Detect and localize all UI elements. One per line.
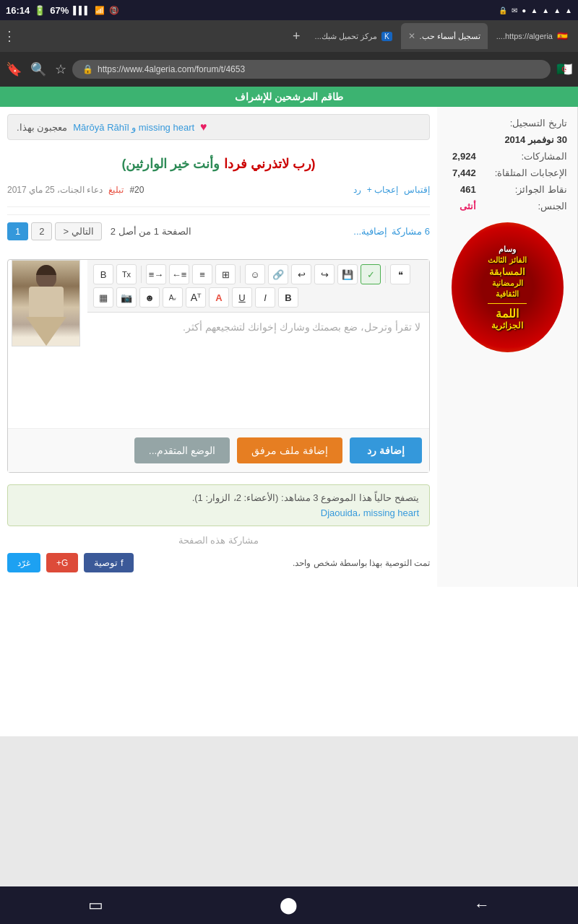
table-btn[interactable]: ▦: [93, 287, 113, 308]
advanced-mode-btn[interactable]: الوضع المتقدم...: [134, 437, 230, 463]
bold-btn[interactable]: B: [93, 264, 113, 284]
badge-line2: الفائز الثالث: [488, 256, 526, 265]
report-link[interactable]: تبليغ: [108, 185, 124, 195]
url-text: https://www.4algeria.com/forum/t/4653: [98, 64, 245, 74]
save-btn[interactable]: 💾: [337, 264, 358, 284]
tab-3[interactable]: K مركز تحميل شبك...: [308, 23, 400, 49]
signal-icon: ▌▌▌: [73, 6, 90, 14]
date-label: تاريخ التسجيل:: [479, 116, 569, 131]
clear-format-btn[interactable]: Tx: [116, 264, 137, 284]
heart-icon: ♥: [200, 121, 207, 134]
underline-btn[interactable]: U: [232, 287, 252, 308]
font-color-btn[interactable]: A: [209, 287, 229, 308]
badge-content: وسام الفائز الثالث المسابقة الرمضانية ال…: [484, 241, 530, 334]
url-box[interactable]: 🔒 https://www.4algeria.com/forum/t/4653: [72, 60, 551, 79]
tab1-label: https://algeria....: [496, 32, 553, 40]
share-recommendation: تمت التوصية بهذا بواسطة شخص واحد.: [293, 558, 430, 568]
status-right: 📵 📶 ▌▌▌ 67% 🔋 16:14: [6, 5, 119, 16]
likes-label: الإعجابات المتلقاة:: [479, 165, 569, 180]
font-size-small-btn[interactable]: Aᵥ: [163, 287, 183, 308]
quote-link[interactable]: إقتباس: [404, 185, 430, 195]
user-info-table: تاريخ التسجيل: 30 نوفمبر 2014 المشاركات:…: [444, 114, 570, 215]
battery-icon: 🔋: [34, 5, 46, 16]
shares-extra: إضافية...: [353, 226, 387, 237]
undo-btn[interactable]: ↩: [291, 264, 311, 284]
facebook-btn[interactable]: f توصية: [84, 553, 133, 572]
user-badge: وسام الفائز الثالث المسابقة الرمضانية ال…: [452, 222, 564, 352]
sep2: [240, 266, 241, 283]
search-icon[interactable]: 🔍: [30, 61, 46, 77]
share-links[interactable]: 6 مشاركة إضافية...: [353, 226, 430, 237]
wifi-icon: 📶: [95, 6, 105, 15]
gplus-btn[interactable]: G+: [46, 553, 78, 572]
like-action[interactable]: إعجاب +: [367, 185, 398, 195]
editor-placeholder: لا تقرأ وترحل، ضع بصمتك وشارك إخوانك لتش…: [183, 321, 420, 333]
link-btn[interactable]: 🔗: [268, 264, 288, 284]
share-title: مشاركة هذه الصفحة: [7, 535, 430, 546]
new-tab-icon[interactable]: +: [287, 29, 306, 44]
visitors-names: Djaouida، missing heart: [18, 507, 419, 518]
editor-actions: إضافة رد إضافة ملف مرفق الوضع المتقدم...: [8, 428, 429, 472]
visitors-text: يتصفح حالياً هذا الموضوع 3 مشاهد: (الأعض…: [18, 492, 419, 503]
editor-text-area[interactable]: لا تقرأ وترحل، ضع بصمتك وشارك إخوانك لتش…: [87, 313, 429, 428]
browser-menu-icon[interactable]: ⋮: [3, 28, 16, 44]
italic-btn[interactable]: I: [255, 287, 275, 308]
reply-action[interactable]: رد: [353, 185, 361, 195]
tab2-close-icon[interactable]: ✕: [408, 31, 415, 41]
font-size-large-btn[interactable]: Aᵀ: [186, 287, 206, 308]
tab3-flag: K: [381, 32, 392, 41]
badge-line5: الثقافية: [488, 289, 526, 299]
badge-line7: الجزائرية: [488, 321, 526, 331]
indent-left-btn[interactable]: ←≡: [169, 264, 189, 284]
badge-line3: المسابقة: [488, 266, 526, 277]
visitors-name-list[interactable]: Djaouida، missing heart: [321, 507, 419, 518]
status-bar: ▲ ▲ ▲ ▲ ● ✉ 🔒 📵 📶 ▌▌▌ 67% 🔋 16:14: [0, 0, 578, 20]
badge-line6: اللمة: [488, 307, 526, 321]
visitors-detail: (الأعضاء: 2، الزوار: 1).: [192, 492, 279, 503]
post-text-red: (رب لاتذرني فردا: [220, 157, 316, 171]
tab-2-active[interactable]: تسجيل أسماء حب. ✕: [401, 23, 488, 49]
badge-line4: الرمضانية: [488, 279, 526, 288]
battery-level: 67%: [50, 5, 69, 16]
status-left-icons: ▲ ▲ ▲ ▲ ● ✉ 🔒: [499, 6, 572, 14]
align-cols-btn[interactable]: ⊞: [215, 264, 236, 284]
indent-right-btn[interactable]: ≡→: [146, 264, 166, 284]
record-icon: ●: [522, 6, 526, 14]
bookmark-icon[interactable]: ☆: [55, 61, 66, 77]
posts-value: 2,924: [446, 149, 478, 164]
smileys-btn[interactable]: ☺: [245, 264, 265, 284]
emoji-btn[interactable]: ☻: [139, 287, 160, 308]
bookmark2-icon[interactable]: 🔖: [6, 61, 22, 77]
points-value: 461: [446, 182, 478, 197]
quote-block-btn[interactable]: ❝: [390, 264, 410, 284]
sep3: [385, 266, 386, 283]
image-btn[interactable]: 📷: [116, 287, 137, 308]
align-right-btn[interactable]: ≡: [192, 264, 212, 284]
page1-btn[interactable]: 1: [7, 222, 28, 240]
address-bar: 🇩🇿 🔒 https://www.4algeria.com/forum/t/46…: [0, 52, 578, 87]
special-btn[interactable]: ✓: [361, 264, 381, 284]
editor-main: B Tx ≡→ ←≡ ≡ ⊞ ☺ 🔗 ↩ ↪: [87, 260, 429, 428]
page-content: طاقم المرشحين للإشراف تاريخ التسجيل: 30 …: [0, 87, 578, 736]
add-reply-btn[interactable]: إضافة رد: [350, 437, 422, 463]
bold2-btn[interactable]: B: [278, 287, 298, 308]
editor-avatar-area: [8, 260, 80, 428]
visitors-bar: يتصفح حالياً هذا الموضوع 3 مشاهد: (الأعض…: [7, 484, 430, 526]
like-bar: ♥ missing heart و Mārōyā Rāhīl معجبون به…: [7, 114, 430, 140]
next-page-btn[interactable]: التالي <: [55, 222, 101, 240]
reply-editor: B Tx ≡→ ←≡ ≡ ⊞ ☺ 🔗 ↩ ↪: [7, 259, 430, 473]
main-layout: تاريخ التسجيل: 30 نوفمبر 2014 المشاركات:…: [0, 107, 578, 587]
visitors-title: يتصفح حالياً هذا الموضوع 3 مشاهد:: [281, 492, 419, 503]
redo-btn[interactable]: ↪: [314, 264, 335, 284]
page2-btn[interactable]: 2: [31, 222, 52, 240]
likes-value: 7,442: [446, 165, 478, 180]
date-value: 30 نوفمبر 2014: [479, 132, 569, 147]
twitter-btn[interactable]: غرّد: [7, 553, 40, 572]
page-info: الصفحة 1 من أصل 2: [111, 226, 191, 237]
attach-file-btn[interactable]: إضافة ملف مرفق: [237, 437, 342, 463]
address-actions: ☆ 🔍 🔖: [6, 61, 66, 77]
tab2-label: تسجيل أسماء حب.: [420, 32, 480, 41]
share-section: مشاركة هذه الصفحة تمت التوصية بهذا بواسط…: [7, 535, 430, 580]
editor-toolbar: B Tx ≡→ ←≡ ≡ ⊞ ☺ 🔗 ↩ ↪: [87, 260, 429, 313]
tab-1[interactable]: 🇪🇸 https://algeria....: [489, 23, 575, 49]
